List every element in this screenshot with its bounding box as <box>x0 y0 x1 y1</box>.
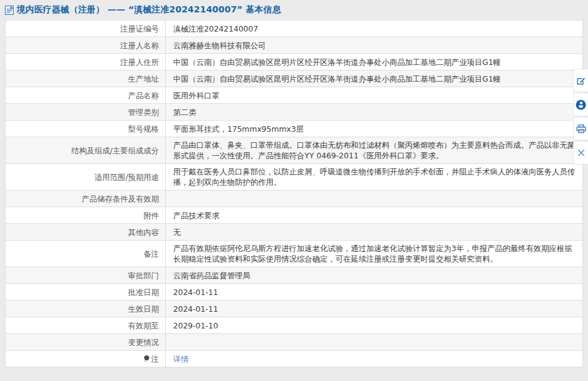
print-icon <box>576 124 586 134</box>
field-label: 产品名称 <box>6 87 166 104</box>
field-value-text: 中国（云南）自由贸易试验区昆明片区经开区洛羊街道办事处小商品加工基地二期产业项目… <box>173 74 501 83</box>
field-value-text: 产品技术要求 <box>173 211 219 220</box>
note-balloon-icon <box>143 355 150 362</box>
field-value: 用于戴在医务人员口鼻部位，以防止皮屑、呼吸道微生物传播到开放的手术创面，并阻止手… <box>166 164 583 191</box>
field-label-text: 管理类别 <box>128 108 159 117</box>
field-value: 滇械注准20242140007 <box>166 20 583 37</box>
field-value <box>166 334 583 351</box>
field-label-text: 变更情况 <box>128 338 159 347</box>
field-value-text: 中国（云南）自由贸易试验区昆明片区经开区洛羊街道办事处小商品加工基地二期产业项目… <box>173 58 501 67</box>
edit-button[interactable] <box>573 69 588 92</box>
table-row: 其他内容无 <box>6 224 583 241</box>
field-label: 注 <box>6 351 166 367</box>
field-value-text: 第二类 <box>173 108 197 117</box>
field-value-text: 滇械注准20242140007 <box>173 24 258 33</box>
details-link[interactable]: 详情 <box>173 354 189 364</box>
table-row: 注详情 <box>6 351 583 367</box>
field-label: 有效期至 <box>6 317 166 334</box>
print-button[interactable] <box>573 117 588 140</box>
field-label: 批准日期 <box>6 284 166 301</box>
field-value-text: 产品由口罩体、鼻夹、口罩带组成。口罩体由无纺布和过滤材料（聚丙烯熔喷布）为主要原… <box>173 140 575 160</box>
field-value: 2024-01-11 <box>166 301 583 317</box>
field-value <box>166 191 583 207</box>
field-label: 注册人住所 <box>6 54 166 71</box>
document-icon <box>5 6 14 15</box>
field-label: 注册人名称 <box>6 37 166 54</box>
table-row: 有效期至2029-01-10 <box>6 317 583 334</box>
field-label-text: 结构及组成/主要组成成分 <box>71 146 159 155</box>
field-label-text: 有效期至 <box>128 321 159 330</box>
table-row: 管理类别第二类 <box>6 104 583 121</box>
field-label: 型号规格 <box>6 121 166 137</box>
field-label-text: 生效日期 <box>128 304 159 314</box>
field-label-text: 附件 <box>143 211 159 220</box>
table-row: 审批部门云南省药品监督管理局 <box>6 267 583 284</box>
field-label-text: 适用范围/预期用途 <box>95 173 159 182</box>
field-label: 产品储存条件及有效期 <box>6 191 166 207</box>
field-label-text: 产品储存条件及有效期 <box>82 194 159 203</box>
table-row: 产品名称医用外科口罩 <box>6 87 583 104</box>
field-label-text: 审批部门 <box>128 271 159 280</box>
field-value: 2024-01-11 <box>166 284 583 301</box>
field-label-text: 其他内容 <box>128 228 159 237</box>
field-value-text: 无 <box>173 228 181 237</box>
field-label: 适用范围/预期用途 <box>6 164 166 191</box>
field-label-text: 注册证编号 <box>121 24 160 33</box>
table-row: 注册证编号滇械注准20242140007 <box>6 20 583 37</box>
side-toolbar <box>573 69 588 165</box>
table-row: 适用范围/预期用途用于戴在医务人员口鼻部位，以防止皮屑、呼吸道微生物传播到开放的… <box>6 164 583 191</box>
field-label: 结构及组成/主要组成成分 <box>6 137 166 164</box>
table-row: 注册人住所中国（云南）自由贸易试验区昆明片区经开区洛羊街道办事处小商品加工基地二… <box>6 54 583 71</box>
field-value-text: 云南雅赫生物科技有限公司 <box>173 41 266 50</box>
info-table-body: 注册证编号滇械注准20242140007注册人名称云南雅赫生物科技有限公司注册人… <box>6 20 583 367</box>
field-value-text: 2024-01-11 <box>173 304 218 314</box>
field-label-text: 注册人住所 <box>121 58 160 67</box>
field-label-text: 备注 <box>143 249 159 259</box>
field-value: 云南省药品监督管理局 <box>166 267 583 284</box>
field-value: 医用外科口罩 <box>166 87 583 104</box>
field-label: 附件 <box>6 207 166 224</box>
field-value-text: 产品有效期依据阿伦尼乌斯方程进行加速老化试验，通过加速老化试验计算暂定为3年，申… <box>173 244 572 263</box>
registration-info-table: 注册证编号滇械注准20242140007注册人名称云南雅赫生物科技有限公司注册人… <box>5 20 583 367</box>
close-button[interactable] <box>573 141 588 165</box>
field-value: 2029-01-10 <box>166 317 583 334</box>
field-value-text: 2029-01-10 <box>173 321 218 330</box>
field-value: 详情 <box>166 351 583 367</box>
table-row: 注册人名称云南雅赫生物科技有限公司 <box>6 37 583 54</box>
field-value-text: 用于戴在医务人员口鼻部位，以防止皮屑、呼吸道微生物传播到开放的手术创面，并阻止手… <box>173 167 575 187</box>
field-label: 注册证编号 <box>6 20 166 37</box>
field-label: 生效日期 <box>6 301 166 317</box>
field-label-text: 批准日期 <box>128 288 159 297</box>
contact-icon <box>576 100 586 110</box>
field-value: 中国（云南）自由贸易试验区昆明片区经开区洛羊街道办事处小商品加工基地二期产业项目… <box>166 54 583 71</box>
close-icon <box>577 149 585 156</box>
field-label-text: 注册人名称 <box>121 41 160 50</box>
table-row: 备注产品有效期依据阿伦尼乌斯方程进行加速老化试验，通过加速老化试验计算暂定为3年… <box>6 241 583 267</box>
field-value: 中国（云南）自由贸易试验区昆明片区经开区洛羊街道办事处小商品加工基地二期产业项目… <box>166 71 583 87</box>
field-value: 平面形耳挂式，175mmx95mmx3层 <box>166 121 583 137</box>
field-label: 变更情况 <box>6 334 166 351</box>
field-label: 管理类别 <box>6 104 166 121</box>
field-label-text: 产品名称 <box>128 91 159 100</box>
contact-button[interactable] <box>573 93 588 116</box>
page-title: 境内医疗器械（注册） —— “滇械注准20242140007” 基本信息 <box>17 4 281 15</box>
field-value: 无 <box>166 224 583 241</box>
field-label: 生产地址 <box>6 71 166 87</box>
table-row: 生产地址中国（云南）自由贸易试验区昆明片区经开区洛羊街道办事处小商品加工基地二期… <box>6 71 583 87</box>
page-header: 境内医疗器械（注册） —— “滇械注准20242140007” 基本信息 <box>0 0 588 20</box>
edit-icon <box>576 76 586 85</box>
field-label-text: 生产地址 <box>128 74 159 83</box>
field-value: 产品由口罩体、鼻夹、口罩带组成。口罩体由无纺布和过滤材料（聚丙烯熔喷布）为主要原… <box>166 137 583 164</box>
field-label-text: 型号规格 <box>128 124 159 134</box>
field-value-text: 平面形耳挂式，175mmx95mmx3层 <box>173 124 304 134</box>
field-value: 产品有效期依据阿伦尼乌斯方程进行加速老化试验，通过加速老化试验计算暂定为3年，申… <box>166 241 583 267</box>
table-row: 型号规格平面形耳挂式，175mmx95mmx3层 <box>6 121 583 137</box>
field-label: 审批部门 <box>6 267 166 284</box>
field-value: 云南雅赫生物科技有限公司 <box>166 37 583 54</box>
table-row: 批准日期2024-01-11 <box>6 284 583 301</box>
field-value: 产品技术要求 <box>166 207 583 224</box>
table-row: 结构及组成/主要组成成分产品由口罩体、鼻夹、口罩带组成。口罩体由无纺布和过滤材料… <box>6 137 583 164</box>
field-value-text: 2024-01-11 <box>173 288 218 297</box>
table-row: 附件产品技术要求 <box>6 207 583 224</box>
field-label: 备注 <box>6 241 166 267</box>
